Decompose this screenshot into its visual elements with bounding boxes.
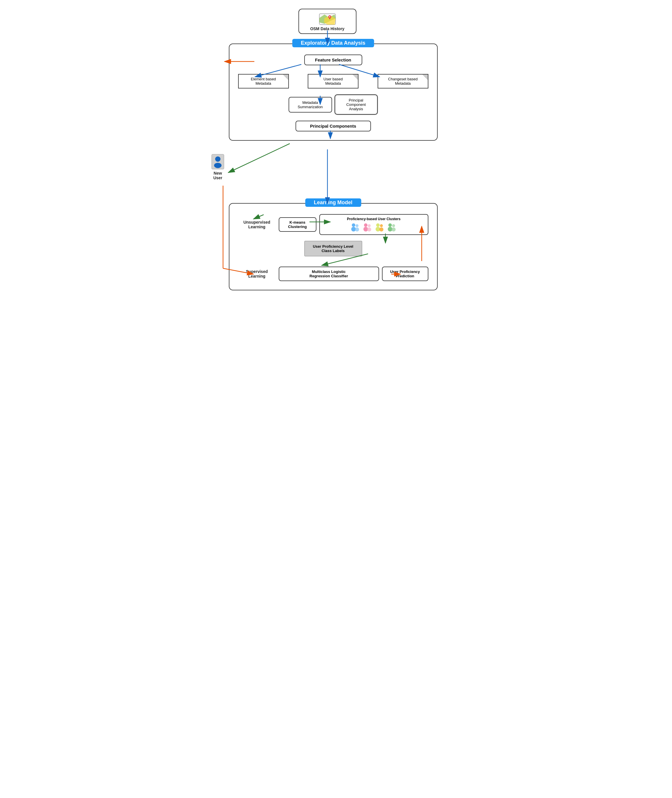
cluster-blue-icon <box>350 223 361 232</box>
svg-point-12 <box>355 227 359 232</box>
element-metadata-box: Element basedMetadata <box>238 74 289 88</box>
cluster-pink-icon <box>362 223 373 232</box>
pca-box: PrincipalComponentAnalysis <box>334 94 378 115</box>
new-user: NewUser <box>208 154 227 180</box>
user-metadata-box: User basedMetadata <box>308 74 358 88</box>
svg-point-15 <box>368 224 371 227</box>
prediction-box: User ProficiencyPrediction <box>382 267 428 281</box>
proficiency-label-box: User Proficiency LevelClass Labels <box>304 241 362 256</box>
osm-box: OSM Data History <box>298 9 357 34</box>
principal-components-box: Principal Components <box>296 121 371 131</box>
clusters-title: Proficiency-based User Clusters <box>322 217 426 221</box>
svg-point-11 <box>355 224 358 227</box>
kmeans-box: K-meansClustering <box>279 217 317 232</box>
svg-point-19 <box>380 224 383 227</box>
svg-point-20 <box>379 227 383 232</box>
learning-section: Learning Model UnsupervisedLearning K-me… <box>229 203 438 290</box>
unsupervised-label: UnsupervisedLearning <box>238 220 276 229</box>
analysis-row: MetadataSummarization PrincipalComponent… <box>238 94 428 115</box>
eda-title: Exploratory Data Analysis <box>292 39 374 47</box>
clusters-box: Proficiency-based User Clusters <box>319 214 428 235</box>
new-user-label: NewUser <box>208 171 227 180</box>
svg-point-5 <box>329 16 330 18</box>
metadata-summarization-box: MetadataSummarization <box>289 97 332 112</box>
changeset-metadata-box: Changeset basedMetadata <box>378 74 428 88</box>
feature-selection-box: Feature Selection <box>304 54 362 65</box>
svg-point-21 <box>388 223 392 227</box>
svg-point-7 <box>215 156 221 162</box>
eda-section: Exploratory Data Analysis Feature Select… <box>229 43 438 141</box>
osm-label: OSM Data History <box>301 26 354 31</box>
supervised-row: SupervisedLearning Multiclass LogisticRe… <box>238 267 428 281</box>
svg-point-8 <box>214 163 222 168</box>
learning-title: Learning Model <box>305 198 361 207</box>
unsupervised-row: UnsupervisedLearning K-meansClustering P… <box>238 214 428 235</box>
person-icon <box>211 154 225 170</box>
metadata-row: Element basedMetadata User basedMetadata… <box>238 74 428 88</box>
svg-point-9 <box>352 223 355 227</box>
mlr-box: Multiclass LogisticRegression Classifier <box>279 267 379 281</box>
svg-point-13 <box>364 223 368 227</box>
cluster-icons <box>322 223 426 232</box>
supervised-label: SupervisedLearning <box>238 269 276 278</box>
cluster-green-icon <box>387 223 398 232</box>
svg-point-23 <box>392 224 395 227</box>
map-icon <box>319 12 336 25</box>
diagram-container: OSM Data History Exploratory Data Analys… <box>206 6 467 325</box>
svg-point-24 <box>392 227 395 232</box>
svg-line-36 <box>228 144 290 173</box>
cluster-yellow-icon <box>374 223 386 232</box>
svg-point-17 <box>376 223 380 227</box>
svg-point-16 <box>367 227 371 232</box>
